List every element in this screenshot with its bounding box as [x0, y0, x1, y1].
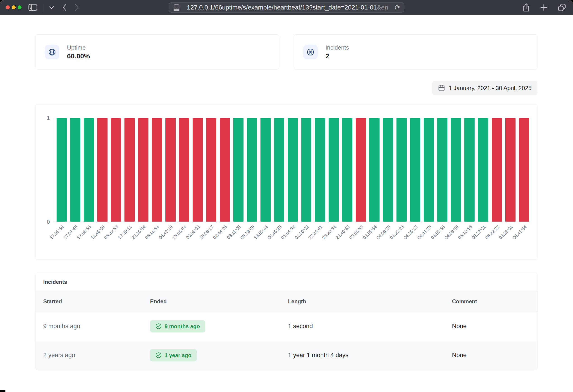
- incident-ended-text: 9 months ago: [164, 323, 200, 330]
- y-tick-1: 1: [47, 115, 50, 121]
- heartbeat-bar[interactable]: [206, 118, 216, 222]
- heartbeat-bar[interactable]: [437, 118, 448, 222]
- heartbeat-bar[interactable]: [396, 118, 407, 222]
- zoom-window-button[interactable]: [18, 5, 21, 9]
- page-content: Uptime 60.00% Incidents 2: [0, 15, 573, 392]
- heartbeat-bar[interactable]: [247, 118, 257, 222]
- tabs-icon: [558, 3, 566, 12]
- chart-y-axis: 1 0: [41, 118, 53, 253]
- stat-value: 2: [325, 52, 349, 60]
- heartbeat-bar[interactable]: [152, 118, 162, 222]
- column-header: Length: [288, 291, 452, 312]
- column-header: Ended: [150, 291, 288, 312]
- incident-ended-badge: 9 months ago: [150, 320, 205, 333]
- heartbeat-bar[interactable]: [356, 118, 366, 222]
- heartbeat-bar[interactable]: [492, 118, 502, 222]
- date-range-label: 1 January, 2021 - 30 April, 2025: [448, 85, 532, 92]
- heartbeat-bar[interactable]: [70, 118, 80, 222]
- heartbeat-bar[interactable]: [111, 118, 121, 222]
- date-range-picker[interactable]: 1 January, 2021 - 30 April, 2025: [432, 81, 537, 95]
- reload-button[interactable]: ⟳: [395, 4, 400, 11]
- page-settings-icon: [173, 3, 180, 12]
- incident-length: 1 year 1 month 4 days: [288, 341, 452, 370]
- uptime-iconbox: [45, 45, 59, 59]
- uptime-stat-card: Uptime 60.00%: [36, 35, 279, 70]
- incident-length: 1 second: [288, 312, 452, 341]
- heartbeat-bar[interactable]: [193, 118, 203, 222]
- y-tick-0: 0: [47, 219, 50, 225]
- heartbeat-bar[interactable]: [464, 118, 475, 222]
- heartbeat-bar[interactable]: [451, 118, 461, 222]
- url-text: 127.0.0.1/66uptime/s/example/heartbeat/1…: [180, 4, 395, 11]
- chart-x-axis: 17:05:5917:07:4617:08:5511:46:0905:39:53…: [53, 222, 529, 251]
- browser-window: 127.0.0.1/66uptime/s/example/heartbeat/1…: [0, 0, 573, 392]
- toolbar-divider: [43, 4, 43, 11]
- heartbeat-bar[interactable]: [424, 118, 434, 222]
- heartbeat-bar[interactable]: [288, 118, 298, 222]
- globe-icon: [48, 48, 56, 56]
- incidents-table: StartedEndedLengthComment 9 months ago 9…: [36, 291, 537, 370]
- heartbeat-bar[interactable]: [165, 118, 176, 222]
- share-button[interactable]: [522, 3, 530, 12]
- heartbeat-bar[interactable]: [478, 118, 488, 222]
- heartbeat-bar[interactable]: [301, 118, 311, 222]
- heartbeat-bars-plot: [53, 118, 529, 222]
- sidebar-toggle-button[interactable]: [28, 4, 37, 11]
- check-circle-icon: [156, 323, 161, 329]
- x-tick-cell: 06:41:54: [519, 222, 529, 251]
- share-icon: [522, 3, 530, 12]
- heartbeat-bar[interactable]: [220, 118, 230, 222]
- heartbeat-bar[interactable]: [369, 118, 379, 222]
- chevron-right-icon: [75, 4, 79, 11]
- heartbeat-bar[interactable]: [329, 118, 339, 222]
- incident-row: 2 years ago 1 year ago1 year 1 month 4 d…: [36, 341, 537, 370]
- heartbeat-chart-card: 1 0 17:05:5917:07:4617:08:5511:46:0905:3…: [36, 104, 537, 260]
- heartbeat-bar[interactable]: [56, 118, 67, 222]
- stat-label: Uptime: [67, 44, 90, 51]
- heartbeat-bar[interactable]: [125, 118, 135, 222]
- back-button[interactable]: [62, 4, 67, 11]
- heartbeat-bar[interactable]: [233, 118, 244, 222]
- forward-button[interactable]: [75, 4, 79, 11]
- heartbeat-bar[interactable]: [84, 118, 94, 222]
- incident-ended-cell: 1 year ago: [150, 341, 288, 370]
- heartbeat-bar[interactable]: [260, 118, 271, 222]
- incident-comment: None: [452, 312, 537, 341]
- heartbeat-bar[interactable]: [383, 118, 393, 222]
- traffic-lights: [6, 5, 21, 9]
- check-circle-icon: [156, 352, 161, 358]
- incident-started: 9 months ago: [36, 312, 150, 341]
- column-header: Comment: [452, 291, 537, 312]
- incidents-card: Incidents StartedEndedLengthComment 9 mo…: [36, 273, 537, 370]
- sidebar-chevron-button[interactable]: [49, 6, 54, 9]
- sidebar-icon: [28, 4, 37, 11]
- tab-overview-button[interactable]: [558, 3, 566, 12]
- close-window-button[interactable]: [6, 5, 10, 9]
- minimize-window-button[interactable]: [12, 5, 16, 9]
- table-header-row: StartedEndedLengthComment: [36, 291, 537, 312]
- heartbeat-bar[interactable]: [97, 118, 107, 222]
- heartbeat-bar[interactable]: [519, 118, 529, 222]
- incident-row: 9 months ago 9 months ago1 secondNone: [36, 312, 537, 341]
- heartbeat-bar[interactable]: [274, 118, 284, 222]
- stat-value: 60.00%: [67, 52, 90, 60]
- heartbeat-bar[interactable]: [410, 118, 420, 222]
- heartbeat-bar[interactable]: [505, 118, 516, 222]
- chevron-left-icon: [62, 4, 67, 11]
- incidents-iconbox: [303, 45, 318, 59]
- heartbeat-bar[interactable]: [315, 118, 325, 222]
- screen-artifact: [0, 390, 5, 392]
- address-bar[interactable]: 127.0.0.1/66uptime/s/example/heartbeat/1…: [169, 2, 404, 13]
- incident-ended-badge: 1 year ago: [150, 349, 197, 361]
- incident-ended-cell: 9 months ago: [150, 312, 288, 341]
- circle-x-icon: [306, 48, 315, 56]
- new-tab-button[interactable]: [540, 4, 548, 11]
- column-header: Started: [36, 291, 150, 312]
- heartbeat-bar[interactable]: [138, 118, 148, 222]
- browser-titlebar: 127.0.0.1/66uptime/s/example/heartbeat/1…: [0, 0, 573, 15]
- stat-label: Incidents: [325, 44, 349, 51]
- heartbeat-bar[interactable]: [179, 118, 189, 222]
- heartbeat-bar[interactable]: [342, 118, 352, 222]
- incident-started: 2 years ago: [36, 341, 150, 370]
- calendar-icon: [438, 84, 445, 92]
